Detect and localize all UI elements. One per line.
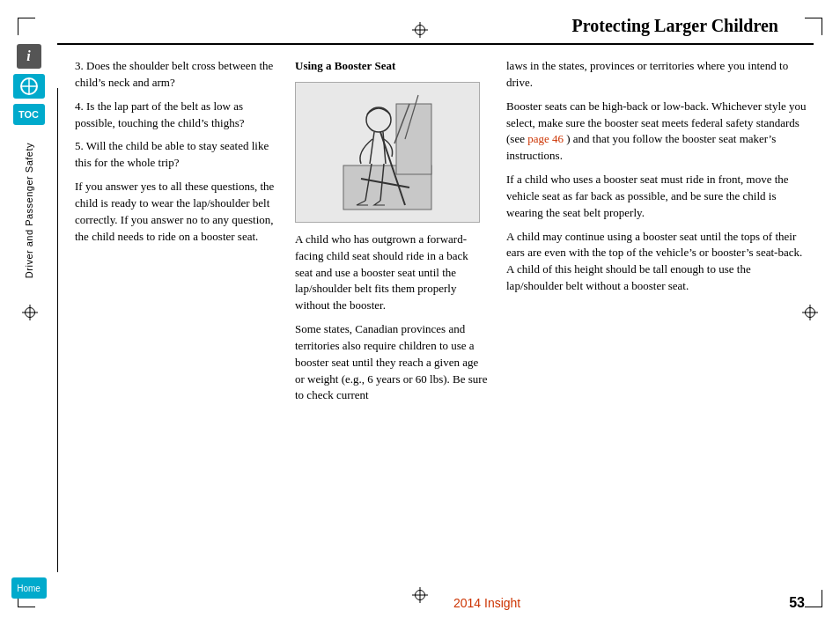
right-para-1: laws in the states, provinces or territo… [506,58,809,92]
info-icon[interactable]: i [17,44,41,69]
safety-svg-graphic [16,77,42,96]
home-button[interactable]: Home [11,577,47,599]
right-column: laws in the states, provinces or territo… [506,58,809,547]
booster-title: Using a Booster Seat [295,58,489,75]
footer-title: 2014 Insight [185,596,789,610]
item-3: 3. Does the shoulder belt cross between … [75,58,277,92]
yes-paragraph: If you answer yes to all these questions… [75,179,277,245]
page-title-area: Protecting Larger Children [57,0,814,45]
footer: 2014 Insight 53 [114,581,840,625]
booster-seat-svg [317,86,458,218]
page-title: Protecting Larger Children [572,16,778,35]
sidebar-section-label: Driver and Passenger Safety [24,143,34,278]
svg-rect-4 [396,104,431,174]
sidebar: i TOC Driver and Passenger Safety Home [0,0,57,625]
page-46-link[interactable]: page 46 [527,132,564,145]
booster-image [295,82,480,223]
content-area: 3. Does the shoulder belt cross between … [57,45,840,555]
toc-button[interactable]: TOC [13,104,45,125]
middle-column: Using a Booster Seat [295,58,489,547]
footer-page-number: 53 [789,595,805,611]
right-para-3: If a child who uses a booster seat must … [506,172,809,222]
safety-icon[interactable] [13,74,45,99]
right-para-4: A child may continue using a booster sea… [506,229,809,295]
right-para-2: Booster seats can be high-back or low-ba… [506,99,809,165]
middle-para-1: A child who has outgrown a forward-facin… [295,232,489,314]
left-column: 3. Does the shoulder belt cross between … [75,58,277,547]
main-content: Protecting Larger Children 3. Does the s… [57,0,840,625]
item-5: 5. Will the child be able to stay seated… [75,138,277,172]
middle-para-2: Some states, Canadian provinces and terr… [295,321,489,404]
item-4: 4. Is the lap part of the belt as low as… [75,99,277,132]
